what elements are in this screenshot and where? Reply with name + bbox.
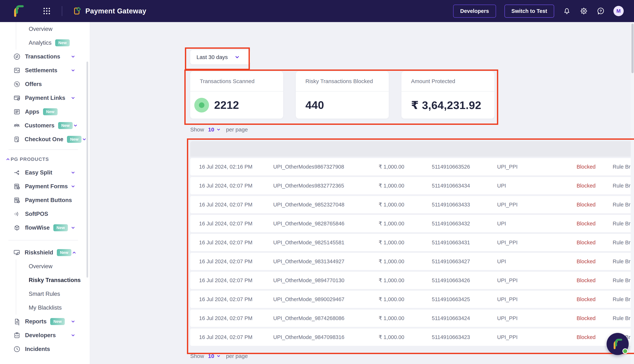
pulse-dot-icon	[194, 98, 209, 112]
table-row[interactable]: 16 Jul 2024, 02:07 PM UPI_OtherMode_9825…	[190, 234, 634, 251]
switch-to-test-button[interactable]: Switch to Test	[504, 4, 554, 18]
sidebar-item-label: Settlements	[25, 67, 57, 74]
sidebar-item-label: Payment Buttons	[25, 197, 72, 204]
stat-card-header: Transactions Scanned	[190, 71, 283, 92]
chevron-icon	[70, 319, 76, 324]
help-icon[interactable]: ?	[596, 7, 605, 15]
cell-order-amount: ₹ 1,000.00	[379, 258, 432, 264]
sidebar-item-label: Offers	[25, 81, 42, 88]
cell-date-time: 16 Jul 2024, 02:07 PM	[190, 240, 273, 246]
sidebar-item[interactable]: Offers	[0, 77, 90, 91]
support-chat-button[interactable]	[606, 333, 629, 355]
chevron-down-icon[interactable]	[216, 127, 221, 132]
sidebar-item[interactable]: Settlements	[0, 64, 90, 77]
cell-order-amount: ₹ 1,000.00	[379, 315, 432, 321]
page-size-control-bottom: Show 10 per page	[190, 352, 248, 361]
cell-transaction-id: 5114910663425	[432, 296, 497, 302]
notification-bell-icon[interactable]	[563, 7, 571, 15]
stat-card-risky-blocked: Risky Transactions Blocked 440	[296, 71, 389, 118]
sidebar-item[interactable]: flowWise New	[0, 221, 90, 234]
sidebar-item[interactable]: Developers	[0, 328, 90, 342]
user-avatar[interactable]: M	[613, 6, 624, 16]
new-badge: New	[55, 39, 70, 46]
page-scrollbar-track[interactable]	[631, 22, 634, 364]
sidebar-item[interactable]: Payment Forms	[0, 180, 90, 193]
sidebar-item[interactable]: Riskshield New	[0, 246, 90, 260]
nav-item-icon	[13, 224, 21, 232]
page-size-value[interactable]: 10	[208, 126, 214, 133]
cell-transaction-id: 5114910663526	[432, 164, 497, 170]
per-page-label: per page	[226, 353, 248, 359]
sidebar-item[interactable]: Overview	[0, 260, 90, 273]
sidebar-item-label: Analytics	[29, 40, 52, 46]
stat-card-value: 440	[305, 99, 324, 112]
stat-card-value-row: 2212	[190, 92, 283, 118]
nav-item-icon	[13, 249, 21, 256]
nav-item-icon	[13, 66, 21, 74]
cell-date-time: 16 Jul 2024, 02:07 PM	[190, 334, 273, 340]
table-row[interactable]: 16 Jul 2024, 02:07 PM UPI_OtherModes9832…	[190, 177, 634, 194]
cell-payment-mode: UPI_PPI	[497, 164, 577, 170]
sidebar-item[interactable]: Analytics New	[0, 36, 90, 50]
cell-date-time: 16 Jul 2024, 02:07 PM	[190, 183, 273, 189]
cell-payment-mode: UPI_PPI	[497, 240, 577, 246]
sidebar-item[interactable]: Payment Buttons	[0, 193, 90, 207]
topbar-right: Developers Switch to Test ? M	[453, 4, 634, 18]
sidebar-item[interactable]: SoftPOS	[0, 207, 90, 221]
page-scrollbar-thumb[interactable]	[631, 24, 634, 73]
table-row[interactable]: 16 Jul 2024, 02:07 PM UPI_OtherMode_9874…	[190, 310, 634, 327]
sidebar-item[interactable]: Risky Transactions	[0, 273, 90, 287]
svg-text:?: ?	[599, 9, 602, 13]
sidebar-item[interactable]: Reports New	[0, 314, 90, 328]
cell-date-time: 16 Jul 2024, 02:07 PM	[190, 202, 273, 208]
table-row[interactable]: 16 Jul 2024, 02:07 PM UPI_OtherMode_9847…	[190, 328, 634, 346]
date-range-dropdown[interactable]: Last 30 days	[190, 50, 250, 64]
sidebar-item-label: Smart Rules	[29, 291, 60, 297]
table-row[interactable]: 16 Jul 2024, 02:16 PM UPI_OtherModes9867…	[190, 158, 634, 176]
table-row[interactable]: 16 Jul 2024, 02:07 PM UPI_OtherMode_9890…	[190, 291, 634, 308]
table-row[interactable]: 16 Jul 2024, 02:07 PM UPI_OtherMode_9828…	[190, 215, 634, 232]
sidebar-scrollbar[interactable]	[87, 62, 88, 278]
cell-status: Blocked	[577, 258, 613, 264]
table-row[interactable]: 16 Jul 2024, 02:07 PM UPI_OtherMode_9894…	[190, 272, 634, 289]
sidebar-item-label: Overview	[29, 263, 53, 270]
cell-order-id: UPI_OtherModes9832772365	[273, 183, 379, 189]
brand-logo-icon[interactable]	[12, 4, 25, 18]
sidebar-item[interactable]: Payment Links	[0, 91, 90, 105]
cell-order-id: UPI_OtherMode_9890029467	[273, 296, 379, 302]
table-row[interactable]: 16 Jul 2024, 02:07 PM UPI_OtherMode_9852…	[190, 196, 634, 213]
cell-status: Blocked	[577, 220, 613, 227]
sidebar-item[interactable]: Transactions	[0, 50, 90, 64]
nav-item-icon	[13, 318, 21, 326]
sidebar-item[interactable]: Customers New	[0, 118, 90, 132]
sidebar-item-label: SoftPOS	[25, 211, 48, 217]
sidebar-item[interactable]: Overview	[0, 22, 90, 36]
sidebar-item[interactable]: Checkout One New	[0, 132, 90, 146]
sidebar-item-label: Overview	[29, 26, 53, 32]
per-page-label: per page	[226, 126, 248, 133]
show-label: Show	[190, 126, 204, 133]
cell-order-id: UPI_OtherMode_9825145581	[273, 240, 379, 246]
chevron-down-icon[interactable]	[216, 354, 221, 359]
show-label: Show	[190, 353, 204, 359]
page-size-value[interactable]: 10	[208, 353, 214, 359]
sidebar-item[interactable]: Incidents	[0, 342, 90, 356]
sidebar-item[interactable]: PG Products	[0, 153, 90, 166]
settings-gear-icon[interactable]	[579, 7, 588, 15]
sidebar-item-label: Payment Links	[25, 95, 65, 101]
table-row[interactable]: 16 Jul 2024, 02:07 PM UPI_OtherMode_9831…	[190, 253, 634, 270]
sidebar-item[interactable]: My Blacklists	[0, 301, 90, 314]
sidebar-item[interactable]: Smart Rules	[0, 287, 90, 301]
app-grid-menu-icon[interactable]	[42, 6, 51, 16]
cell-transaction-id: 5114910663427	[432, 258, 497, 264]
nav-item-icon	[13, 196, 21, 204]
sidebar-item[interactable]: Easy Split	[0, 166, 90, 180]
sidebar-item[interactable]: Apps New	[0, 105, 90, 118]
cell-order-amount: ₹ 1,000.00	[379, 164, 432, 170]
sidebar-item[interactable]	[0, 234, 90, 246]
new-badge: New	[53, 224, 68, 231]
sidebar-item[interactable]	[0, 146, 90, 153]
developers-button[interactable]: Developers	[453, 4, 496, 18]
top-navigation-bar: Payment Gateway Developers Switch to Tes…	[0, 0, 634, 22]
chevron-icon	[70, 184, 76, 189]
